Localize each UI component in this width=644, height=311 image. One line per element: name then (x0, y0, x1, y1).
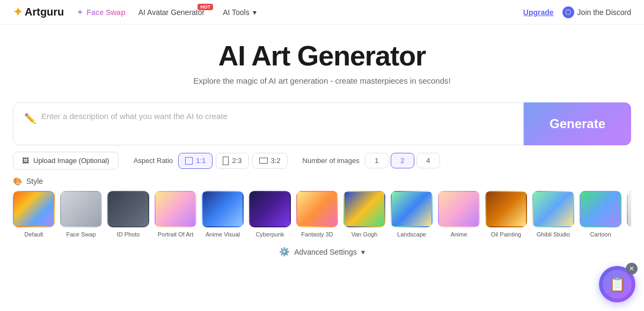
logo-text: Artguru (25, 6, 64, 18)
style-anime-label: Anime (450, 231, 467, 238)
style-oilpainting-label: Oil Painting (491, 231, 521, 238)
ratio-2-3-label: 2:3 (232, 157, 241, 165)
pencil-icon: ✏️ (24, 113, 36, 124)
style-fantasy3d-thumb (296, 191, 338, 227)
count-group: Number of images 1 2 4 (303, 153, 440, 168)
nav-right: Upgrade ⬡ Join the Discord (523, 6, 631, 18)
count-label: Number of images (303, 157, 360, 165)
hot-badge: hot (197, 4, 213, 10)
prompt-input[interactable]: ✏️ Enter a description of what you want … (13, 102, 524, 145)
style-anime-thumb (438, 191, 480, 227)
avatar-label: AI Avatar Generator (138, 8, 204, 17)
style-cyberpunk[interactable]: Cyberpunk (249, 191, 291, 238)
style-sketch[interactable]: Sketch (627, 191, 631, 238)
style-idphoto-thumb (107, 191, 149, 227)
style-portrait[interactable]: Portrait Of Art (155, 191, 196, 238)
style-faceswap-label: Face Swap (66, 231, 96, 238)
hero-subtitle: Explore the magic of AI art generation -… (0, 76, 644, 85)
upload-label: Upload Image (Optional) (33, 157, 109, 165)
close-icon: ✕ (629, 265, 634, 272)
style-idphoto[interactable]: ID Photo (107, 191, 149, 238)
help-float-inner: 📋 (603, 270, 632, 299)
help-icon: 📋 (609, 276, 626, 293)
nav-avatar[interactable]: AI Avatar Generator hot (138, 8, 210, 17)
style-portrait-label: Portrait Of Art (158, 231, 194, 238)
style-sketch-thumb (627, 191, 631, 227)
style-fantasy3d[interactable]: Fantasty 3D (296, 191, 338, 238)
nav-faceswap[interactable]: ✦ Face Swap (77, 8, 125, 17)
help-close-button[interactable]: ✕ (626, 263, 638, 275)
style-cartoon-label: Cartoon (590, 231, 611, 238)
discord-button[interactable]: ⬡ Join the Discord (562, 6, 631, 18)
style-default-label: Default (25, 231, 43, 238)
ratio-2-3[interactable]: 2:3 (216, 153, 248, 169)
style-icon: 🎨 (13, 177, 22, 186)
logo-icon: ✦ (13, 5, 23, 19)
style-oilpainting-thumb (485, 191, 527, 227)
style-label: Style (26, 177, 43, 186)
style-faceswap[interactable]: Face Swap (60, 191, 102, 238)
style-cyberpunk-thumb (249, 191, 291, 227)
count-options: 1 2 4 (365, 153, 440, 168)
style-ghibli[interactable]: Ghibli Studio (532, 191, 574, 238)
prompt-placeholder: Enter a description of what you want the… (41, 112, 228, 121)
ratio-options: 1:1 2:3 3:2 (178, 153, 287, 169)
upload-icon: 🖼 (22, 157, 29, 165)
style-portrait-thumb (155, 191, 196, 227)
ratio-3-2[interactable]: 3:2 (252, 153, 288, 169)
style-cyberpunk-label: Cyberpunk (255, 231, 284, 238)
navbar: ✦ Artguru ✦ Face Swap AI Avatar Generato… (0, 0, 644, 25)
style-ghibli-thumb (532, 191, 574, 227)
generate-button[interactable]: Generate (524, 102, 631, 145)
advanced-settings-row[interactable]: ⚙️ Advanced Settings ▾ (0, 247, 644, 257)
page-title: AI Art Generator (0, 40, 644, 72)
style-faceswap-thumb (60, 191, 102, 227)
count-1[interactable]: 1 (365, 153, 389, 168)
ratio-1-1[interactable]: 1:1 (178, 153, 213, 169)
upgrade-button[interactable]: Upgrade (523, 8, 554, 17)
style-ghibli-label: Ghibli Studio (537, 231, 570, 238)
style-fantasy3d-label: Fantasty 3D (301, 231, 333, 238)
nav-tools[interactable]: AI Tools ▾ (223, 8, 257, 17)
style-idphoto-label: ID Photo (117, 231, 140, 238)
prompt-row: ✏️ Enter a description of what you want … (13, 102, 631, 145)
gear-icon: ⚙️ (279, 247, 290, 257)
style-default[interactable]: Default (13, 191, 55, 238)
style-anime-visual-thumb (202, 191, 244, 227)
style-landscape-thumb (391, 191, 433, 227)
discord-label: Join the Discord (577, 8, 631, 17)
ratio-wide-icon (259, 158, 268, 164)
hero-section: AI Art Generator Explore the magic of AI… (0, 25, 644, 94)
chevron-down-icon: ▾ (253, 8, 257, 17)
style-cartoon-thumb (580, 191, 621, 227)
count-2[interactable]: 2 (391, 153, 414, 168)
tools-label: AI Tools (223, 8, 250, 17)
style-cartoon[interactable]: Cartoon (580, 191, 621, 238)
ratio-tall-icon (223, 157, 229, 165)
style-anime[interactable]: Anime (438, 191, 480, 238)
style-vangogh-label: Van Gogh (352, 231, 378, 238)
upload-button[interactable]: 🖼 Upload Image (Optional) (13, 152, 119, 169)
style-grid: Default Face Swap ID Photo Portrait Of A… (13, 191, 631, 240)
faceswap-label: Face Swap (86, 8, 125, 17)
style-default-thumb (13, 191, 55, 227)
style-landscape[interactable]: Landscape (391, 191, 433, 238)
style-vangogh[interactable]: Van Gogh (343, 191, 385, 238)
ratio-1-1-label: 1:1 (196, 157, 206, 165)
style-anime-visual-label: Anime Visual (206, 231, 240, 238)
style-vangogh-thumb (343, 191, 385, 227)
count-4[interactable]: 4 (416, 153, 440, 168)
discord-icon: ⬡ (562, 6, 574, 18)
style-section: 🎨 Style Default Face Swap ID Photo Portr… (13, 177, 631, 240)
ratio-3-2-label: 3:2 (271, 157, 281, 165)
help-float-button[interactable]: ✕ 📋 (599, 266, 635, 302)
controls-row: 🖼 Upload Image (Optional) Aspect Ratio 1… (13, 152, 631, 169)
style-landscape-label: Landscape (397, 231, 426, 238)
style-header: 🎨 Style (13, 177, 631, 186)
style-oilpainting[interactable]: Oil Painting (485, 191, 527, 238)
aspect-label: Aspect Ratio (134, 157, 173, 165)
advanced-label: Advanced Settings (294, 248, 357, 256)
style-anime-visual[interactable]: Anime Visual (202, 191, 244, 238)
logo[interactable]: ✦ Artguru (13, 5, 64, 19)
ratio-square-icon (185, 157, 193, 165)
